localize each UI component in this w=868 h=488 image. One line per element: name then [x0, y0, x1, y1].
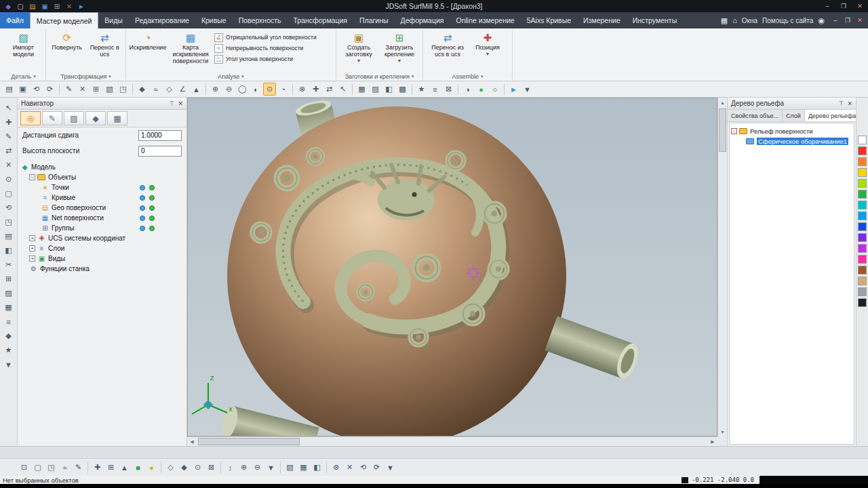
- grid-icon[interactable]: ▦: [355, 83, 368, 96]
- color-swatch[interactable]: [858, 136, 867, 144]
- rect-icon[interactable]: ▢: [2, 187, 15, 200]
- viewport-canvas[interactable]: Z X Y: [187, 98, 717, 436]
- mirror-icon[interactable]: ⇄: [2, 144, 15, 157]
- pen-icon[interactable]: ✎: [2, 130, 15, 143]
- plane-height-input[interactable]: [138, 146, 182, 157]
- open-icon[interactable]: ▤: [3, 83, 16, 96]
- orbit-icon[interactable]: ◔: [277, 83, 290, 96]
- minimize-button[interactable]: –: [819, 0, 835, 12]
- windows-menu[interactable]: Окна: [742, 17, 757, 24]
- half-icon[interactable]: ◧: [311, 461, 323, 474]
- selectable-lamp-icon[interactable]: [149, 195, 155, 201]
- undo-icon[interactable]: ⟲: [357, 461, 370, 474]
- curvature-button[interactable]: ◔ Искривление: [129, 30, 167, 53]
- scroll-thumb[interactable]: [198, 438, 300, 445]
- tree-item-views[interactable]: + ▣ Виды: [20, 253, 185, 264]
- diamond-icon[interactable]: ◇: [164, 461, 177, 474]
- color-swatch[interactable]: [858, 190, 867, 199]
- ribbon-group-label-transform[interactable]: Трансформация▾: [49, 72, 123, 81]
- shift-distance-input[interactable]: [138, 130, 182, 141]
- curvature-map-button[interactable]: ▦ Карта искривления поверхности: [168, 30, 213, 66]
- app-icon[interactable]: ◆: [3, 1, 13, 11]
- menu-tab-editing[interactable]: Редактирование: [129, 12, 195, 28]
- scroll-right-icon[interactable]: ▶: [708, 437, 717, 446]
- position-button[interactable]: ✚ Позиция ▼: [471, 30, 505, 58]
- dot-yellow-icon[interactable]: ●: [145, 461, 158, 474]
- rotate-button[interactable]: ⟳ Повернуть: [49, 30, 85, 53]
- menu-tab-file[interactable]: Файл: [0, 12, 30, 28]
- expand-icon[interactable]: +: [29, 235, 35, 241]
- tab-solid[interactable]: ▧: [64, 111, 84, 125]
- zoom-in-icon[interactable]: ⊕: [237, 461, 250, 474]
- updown-icon[interactable]: ↕: [224, 461, 237, 474]
- monitor-icon[interactable]: ▦: [721, 16, 728, 25]
- ribbon-group-label-assemble[interactable]: Assemble▾: [426, 72, 509, 81]
- tree-item-machine-functions[interactable]: ⚙ Функции станка: [20, 264, 185, 274]
- point-icon[interactable]: ◆: [178, 461, 191, 474]
- circle-icon[interactable]: ⊙: [2, 173, 15, 186]
- create-blank-button[interactable]: ▣ Создать заготовку ▼: [339, 30, 378, 64]
- tree-item-net-surfaces[interactable]: ▦ Net поверхности: [20, 213, 185, 223]
- vertical-scrollbar[interactable]: ▲ ▼: [717, 98, 727, 436]
- color-swatch[interactable]: [858, 233, 867, 242]
- copy-icon[interactable]: ⊞: [104, 461, 117, 474]
- move-to-ucs-button[interactable]: ⇄ Перенос в ucs: [87, 30, 123, 60]
- select-icon[interactable]: ↖: [2, 102, 15, 115]
- copy-icon[interactable]: ⊞: [2, 272, 15, 285]
- color-swatch[interactable]: [858, 146, 867, 155]
- ribbon-group-label-detail[interactable]: Деталь▾: [4, 72, 43, 81]
- select-mode-icon[interactable]: ↖: [336, 83, 349, 96]
- close-box-icon[interactable]: ⊠: [205, 461, 218, 474]
- menu-tab-model-master[interactable]: Мастер моделей: [30, 12, 99, 28]
- tab-layer[interactable]: Слой: [783, 110, 805, 121]
- doc-close-button[interactable]: ✕: [854, 17, 866, 24]
- close-button[interactable]: ✕: [852, 0, 868, 12]
- zoom-fit-icon[interactable]: ◯: [236, 83, 249, 96]
- tab-surface[interactable]: ▦: [107, 111, 127, 125]
- cut-icon[interactable]: ✂: [2, 258, 15, 271]
- print-icon[interactable]: ⊞: [52, 1, 62, 11]
- contrast-icon[interactable]: ◑: [461, 83, 474, 96]
- color-swatch[interactable]: [858, 168, 867, 177]
- tree-item-groups[interactable]: ⊞ Группы: [20, 223, 185, 233]
- save-icon[interactable]: ▣: [16, 83, 29, 96]
- menu-tab-deformation[interactable]: Деформация: [395, 12, 450, 28]
- tree-item-model[interactable]: ◆ Модель: [20, 162, 185, 172]
- color-swatch[interactable]: [858, 298, 867, 307]
- draft-angle-check[interactable]: △ Угол уклона поверхности: [214, 54, 328, 64]
- selectable-lamp-icon[interactable]: [149, 205, 155, 211]
- tree-item-relief-surface[interactable]: − Рельеф поверхности: [731, 126, 852, 136]
- down-icon[interactable]: ▼: [2, 358, 15, 371]
- fill-green-icon[interactable]: ■: [132, 461, 144, 474]
- help-link[interactable]: Помощь с сайта: [762, 17, 813, 24]
- tree-item-geo-surfaces[interactable]: ▤ Geo поверхности: [20, 203, 185, 213]
- sketch-icon[interactable]: ✎: [62, 83, 75, 96]
- menu-tab-transform[interactable]: Трансформация: [288, 12, 354, 28]
- point-icon[interactable]: ◆: [136, 83, 149, 96]
- visibility-lamp-icon[interactable]: [140, 216, 145, 221]
- tree-item-points[interactable]: ∗ Точки: [20, 182, 185, 192]
- cross-out-icon[interactable]: ⊗: [330, 461, 342, 474]
- move-view-icon[interactable]: ✚: [309, 83, 322, 96]
- delete-icon[interactable]: ✕: [2, 159, 15, 171]
- color-swatch[interactable]: [858, 255, 867, 264]
- maximize-button[interactable]: ❐: [835, 0, 852, 12]
- save-icon[interactable]: ▣: [40, 1, 50, 11]
- move-icon[interactable]: ✚: [91, 461, 104, 474]
- menu-tab-tools[interactable]: Инструменты: [627, 12, 683, 28]
- swap-view-icon[interactable]: ⇄: [323, 83, 336, 96]
- layers-icon[interactable]: ▤: [2, 230, 15, 243]
- zoom-out-icon[interactable]: ⊖: [251, 461, 264, 474]
- corner-trim-icon[interactable]: ◳: [117, 83, 130, 96]
- color-swatch[interactable]: [858, 201, 867, 209]
- selectable-lamp-icon[interactable]: [149, 226, 155, 231]
- tree-item-layers[interactable]: + ≡ Слои: [20, 243, 185, 253]
- visibility-lamp-icon[interactable]: [140, 195, 145, 201]
- selectable-lamp-icon[interactable]: [149, 185, 155, 190]
- expand-icon[interactable]: +: [29, 256, 35, 262]
- zoom-in-icon[interactable]: ⊕: [209, 83, 222, 96]
- scroll-thumb[interactable]: [719, 108, 726, 152]
- zoom-out-icon[interactable]: ⊖: [222, 83, 235, 96]
- dropdown-arrow-icon[interactable]: ▼: [264, 461, 277, 474]
- import-model-button[interactable]: ▧ Импорт модели: [4, 30, 43, 60]
